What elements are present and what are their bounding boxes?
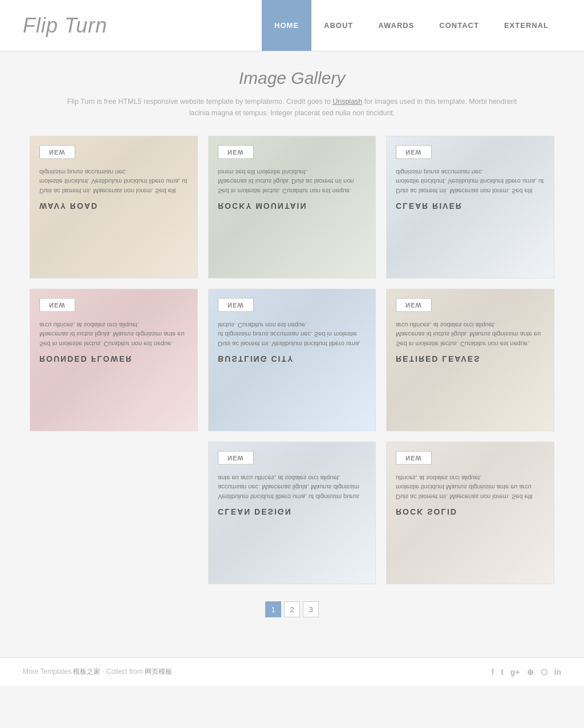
site-logo: Flip Turn — [23, 14, 107, 38]
unsplash-link[interactable]: Unsplash — [332, 98, 362, 106]
card-content-bustling-city: BUSTLING CITY Duis ac laoreet mi. Vestib… — [209, 289, 376, 373]
footer-text: More Templates 模板之家 · Collect from 网页模板 — [23, 667, 172, 677]
page-1[interactable]: 1 — [265, 601, 281, 617]
footer-link-2[interactable]: 网页模板 — [145, 668, 172, 676]
card-content-rock-solid: ROCK SOLID Duis ac laoreet mi. Maecenas … — [387, 442, 554, 525]
footer-social-icons: f t g+ ⊕ ⬡ in — [491, 668, 561, 677]
site-footer: More Templates 模板之家 · Collect from 网页模板 … — [0, 657, 584, 686]
card-title-rocky-mountain: ROCKY MOUNTAIN — [218, 201, 367, 211]
card-bustling-city: BUSTLING CITY Duis ac laoreet mi. Vestib… — [208, 289, 376, 431]
card-text-clear-river: Duis ac laoreet mi. Maecenas non lorem. … — [396, 167, 545, 196]
card-title-clear-river: CLEAR RIVER — [396, 201, 545, 211]
site-header: Flip Turn HOME ABOUT AWARDS CONTACT EXTE… — [0, 0, 584, 51]
card-btn-rocky-mountain[interactable]: NEW — [218, 145, 254, 159]
card-text-wavy-road: Duis ac laoreet mi. Maecenas non lorem. … — [39, 167, 188, 196]
google-plus-icon[interactable]: g+ — [510, 668, 520, 677]
page-3[interactable]: 3 — [303, 601, 319, 617]
card-text-rocky-mountain: Sed in molestie lectus. Curabitur non es… — [218, 167, 367, 196]
card-text-rock-solid: Duis ac laoreet mi. Maecenas non lorem. … — [396, 473, 545, 501]
footer-link-1[interactable]: 模板之家 — [73, 668, 100, 676]
web-icon[interactable]: ⊕ — [527, 668, 534, 677]
card-btn-clear-river[interactable]: NEW — [396, 145, 432, 159]
nav-home[interactable]: HOME — [262, 0, 311, 51]
card-title-rounded-flower: ROUNDED FLOWER — [39, 354, 188, 363]
gallery-grid-top: WAVY ROAD Duis ac laoreet mi. Maecenas n… — [30, 136, 554, 431]
card-title-retired-leaves: RETIRED LEAVES — [396, 354, 545, 363]
card-content-clear-river: CLEAR RIVER Duis ac laoreet mi. Maecenas… — [387, 136, 554, 220]
card-wavy-road: WAVY ROAD Duis ac laoreet mi. Maecenas n… — [30, 136, 198, 278]
card-title-clean-design: CLEAN DESIGN — [218, 507, 367, 516]
card-title-wavy-road: WAVY ROAD — [39, 201, 188, 211]
card-title-rock-solid: ROCK SOLID — [396, 507, 545, 516]
page-title: Image Gallery — [30, 68, 554, 88]
card-content-rounded-flower: ROUNDED FLOWER Sed in molestie lectus. C… — [30, 289, 197, 373]
nav-about[interactable]: ABOUT — [311, 0, 366, 51]
nav-external[interactable]: EXTERNAL — [492, 0, 561, 51]
page-2[interactable]: 2 — [284, 601, 300, 617]
facebook-icon[interactable]: f — [491, 668, 494, 677]
card-btn-wavy-road[interactable]: NEW — [39, 145, 75, 159]
card-text-clean-design: Vestibulum tincidunt libero urna, ut dig… — [218, 473, 367, 501]
card-text-rounded-flower: Sed in molestie lectus. Curabitur non es… — [39, 320, 188, 349]
pagination: 1 2 3 — [30, 601, 554, 617]
card-clear-river: CLEAR RIVER Duis ac laoreet mi. Maecenas… — [386, 136, 554, 278]
card-btn-rounded-flower[interactable]: NEW — [39, 298, 75, 312]
twitter-icon[interactable]: t — [501, 668, 504, 677]
nav-contact[interactable]: CONTACT — [427, 0, 492, 51]
card-btn-retired-leaves[interactable]: NEW — [396, 298, 432, 312]
card-content-clean-design: CLEAN DESIGN Vestibulum tincidunt libero… — [209, 442, 376, 525]
card-content-wavy-road: WAVY ROAD Duis ac laoreet mi. Maecenas n… — [30, 136, 197, 220]
linkedin-icon[interactable]: in — [554, 668, 561, 677]
card-title-bustling-city: BUSTLING CITY — [218, 354, 367, 363]
card-content-retired-leaves: RETIRED LEAVES Sed in molestie lectus. C… — [387, 289, 554, 373]
card-btn-clean-design[interactable]: NEW — [218, 451, 254, 465]
card-rock-solid: ROCK SOLID Duis ac laoreet mi. Maecenas … — [386, 442, 554, 584]
card-btn-bustling-city[interactable]: NEW — [218, 298, 254, 312]
card-text-bustling-city: Duis ac laoreet mi. Vestibulum tincidunt… — [218, 320, 367, 349]
card-rocky-mountain: ROCKY MOUNTAIN Sed in molestie lectus. C… — [208, 136, 376, 278]
card-text-retired-leaves: Sed in molestie lectus. Curabitur non es… — [396, 320, 545, 349]
card-btn-rock-solid[interactable]: NEW — [396, 451, 432, 465]
main-content: Image Gallery Flip Turn is free HTML5 re… — [18, 51, 566, 657]
card-rounded-flower: ROUNDED FLOWER Sed in molestie lectus. C… — [30, 289, 198, 431]
instagram-icon[interactable]: ⬡ — [541, 668, 548, 677]
gallery-grid-bottom: CLEAN DESIGN Vestibulum tincidunt libero… — [30, 442, 554, 584]
nav-awards[interactable]: AWARDS — [366, 0, 427, 51]
card-content-rocky-mountain: ROCKY MOUNTAIN Sed in molestie lectus. C… — [209, 136, 376, 220]
main-nav: HOME ABOUT AWARDS CONTACT EXTERNAL — [262, 0, 561, 51]
page-description: Flip Turn is free HTML5 responsive websi… — [58, 96, 526, 119]
card-retired-leaves: RETIRED LEAVES Sed in molestie lectus. C… — [386, 289, 554, 431]
card-clean-design: CLEAN DESIGN Vestibulum tincidunt libero… — [208, 442, 376, 584]
